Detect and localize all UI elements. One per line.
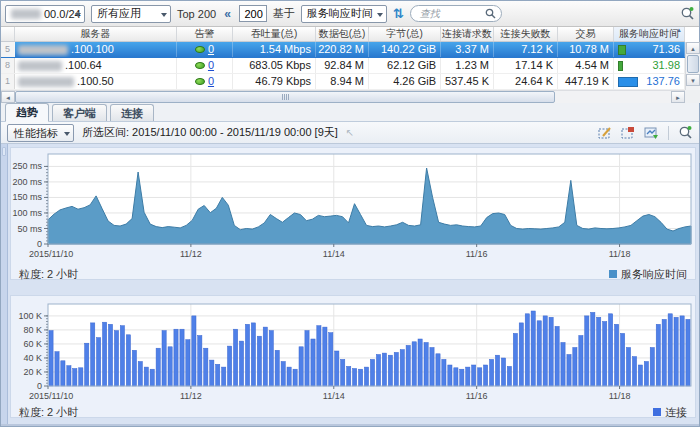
column-header-server[interactable]: 服务器: [15, 27, 177, 41]
selected-range-label: 所选区间: 2015/11/10 00:00 - 2015/11/19 00:0…: [82, 125, 338, 140]
scroll-left-icon[interactable]: ◄: [1, 91, 15, 103]
legend-swatch: [609, 270, 617, 278]
alert-count-link[interactable]: 0: [208, 58, 214, 73]
connections-chart[interactable]: 020 K40 K60 K80 K100 K2015/11/1011/1211/…: [11, 296, 695, 404]
tab-trend[interactable]: 趋势: [5, 103, 49, 122]
svg-text:11/14: 11/14: [323, 391, 345, 401]
table-row[interactable]: 8 .100.64 0 683.05 Kbps 92.84 M 62.12 Gi…: [1, 58, 685, 74]
column-header-bytes[interactable]: 字节(总): [369, 27, 441, 41]
splitter-bar[interactable]: [1, 144, 8, 426]
svg-text:20 K: 20 K: [23, 367, 42, 377]
window-bottom-edge: [1, 424, 699, 426]
table-vertical-scrollbar[interactable]: ▲ ▼: [685, 42, 700, 90]
scroll-right-icon[interactable]: ►: [671, 91, 685, 103]
column-header-packets[interactable]: 数据包(总): [316, 27, 369, 41]
connections-chart-widget: 020 K40 K60 K80 K100 K2015/11/1011/1211/…: [10, 295, 696, 418]
scroll-down-icon[interactable]: ▼: [686, 74, 700, 86]
zoom-search-icon[interactable]: [680, 6, 695, 21]
svg-text:200 ms: 200 ms: [12, 177, 42, 187]
chevron-down-icon: [161, 13, 167, 17]
conn-failures-cell: 24.64 K: [494, 74, 558, 89]
bytes-cell: 4.26 GiB: [369, 74, 441, 89]
server-table: 5 .100.100 0 1.54 Mbps 220.82 M 140.22 G…: [1, 42, 685, 90]
response-time-chart[interactable]: 050 ms100 ms150 ms200 ms250 ms2015/11/10…: [11, 148, 695, 266]
throughput-cell: 1.54 Mbps: [233, 42, 316, 57]
table-horizontal-scrollbar[interactable]: ◄ ►: [1, 90, 685, 103]
redacted-ip-prefix: [18, 61, 62, 71]
top-count-input[interactable]: [239, 5, 267, 22]
zoom-select-icon[interactable]: [598, 126, 612, 140]
server-cell: .100.64: [15, 58, 177, 73]
column-header-response-time[interactable]: 服务响应时间▲: [614, 27, 685, 41]
reset-zoom-cursor-icon[interactable]: ↖: [346, 127, 354, 138]
zoom-reset-icon[interactable]: [621, 126, 635, 140]
splitter-handle[interactable]: [2, 147, 6, 156]
chart-footer: 粒度: 2 小时 服务响应时间: [11, 266, 695, 282]
scrollbar-corner: [685, 90, 700, 103]
scrollbar-thumb[interactable]: [687, 55, 699, 73]
chevron-down-icon: [75, 13, 81, 17]
table-row[interactable]: 1 .100.50 0 46.79 Kbps 8.94 M 4.26 GiB 5…: [1, 74, 685, 90]
server-cell: .100.50: [15, 74, 177, 89]
column-header-throughput[interactable]: 吞吐量(总): [233, 27, 316, 41]
scroll-up-icon[interactable]: ▲: [686, 42, 700, 54]
subnet-select[interactable]: 00.0/24: [5, 5, 85, 23]
throughput-cell: 683.05 Kbps: [233, 58, 316, 73]
throughput-cell: 46.79 Kbps: [233, 74, 316, 89]
search-box[interactable]: 查找: [410, 5, 502, 22]
alert-count-link[interactable]: 0: [208, 74, 214, 89]
application-value: 所有应用: [97, 6, 141, 21]
conn-requests-cell: 3.37 M: [441, 42, 494, 57]
metric-select[interactable]: 服务响应时间: [301, 5, 387, 23]
svg-text:11/18: 11/18: [609, 391, 631, 401]
packets-cell: 220.82 M: [316, 42, 369, 57]
table-row[interactable]: 5 .100.100 0 1.54 Mbps 220.82 M 140.22 G…: [1, 42, 685, 58]
column-header-conn-requests[interactable]: 连接请求数: [441, 27, 494, 41]
app-window: 00.0/24 所有应用 Top 200 « 基于 服务响应时间 ⇅ 查找 服务…: [0, 0, 700, 427]
bytes-cell: 62.12 GiB: [369, 58, 441, 73]
alert-status-icon: [195, 46, 205, 53]
svg-text:150 ms: 150 ms: [12, 192, 42, 202]
metric-category-dropdown[interactable]: 性能指标: [7, 124, 74, 142]
chart-legend: 连接: [653, 405, 687, 420]
svg-text:0: 0: [37, 239, 42, 249]
column-header-alert[interactable]: 告警: [177, 27, 233, 41]
svg-text:50 ms: 50 ms: [17, 224, 42, 234]
application-select[interactable]: 所有应用: [91, 5, 171, 23]
zoom-search-icon[interactable]: [678, 125, 693, 140]
alert-cell: 0: [177, 42, 233, 57]
svg-text:2015/11/10: 2015/11/10: [29, 391, 73, 401]
conn-failures-cell: 17.14 K: [494, 58, 558, 73]
search-icon: [485, 8, 496, 19]
scrollbar-thumb[interactable]: [15, 91, 555, 103]
response-time-bar: [618, 77, 638, 87]
svg-text:100 K: 100 K: [18, 311, 42, 321]
alert-cell: 0: [177, 74, 233, 89]
export-chart-icon[interactable]: [644, 126, 659, 140]
packets-cell: 92.84 M: [316, 58, 369, 73]
toolbar-separator: [668, 126, 669, 140]
svg-text:60 K: 60 K: [23, 339, 42, 349]
alert-count-link[interactable]: 0: [208, 42, 214, 57]
chevron-down-icon: [64, 132, 70, 136]
chart-footer: 粒度: 2 小时 连接: [11, 404, 695, 420]
column-header-transactions[interactable]: 交易: [558, 27, 614, 41]
top-label: Top 200: [177, 8, 216, 20]
metric-value: 服务响应时间: [307, 6, 373, 21]
chevron-down-icon: [377, 13, 383, 17]
tab-clients[interactable]: 客户端: [52, 104, 107, 121]
transactions-cell: 10.78 M: [558, 42, 614, 57]
transactions-cell: 4.54 M: [558, 58, 614, 73]
response-time-bar: [618, 45, 626, 55]
svg-text:11/16: 11/16: [466, 391, 488, 401]
column-header-conn-failures[interactable]: 连接失败数: [494, 27, 558, 41]
legend-label: 服务响应时间: [621, 267, 687, 282]
row-number: 5: [1, 42, 15, 57]
tab-connections[interactable]: 连接: [110, 104, 154, 121]
collapse-button[interactable]: «: [222, 7, 233, 21]
column-header-rownum: [1, 27, 15, 41]
svg-text:250 ms: 250 ms: [12, 161, 42, 171]
conn-requests-cell: 537.45 K: [441, 74, 494, 89]
sort-icon[interactable]: ⇅: [393, 7, 404, 20]
conn-requests-cell: 1.23 M: [441, 58, 494, 73]
